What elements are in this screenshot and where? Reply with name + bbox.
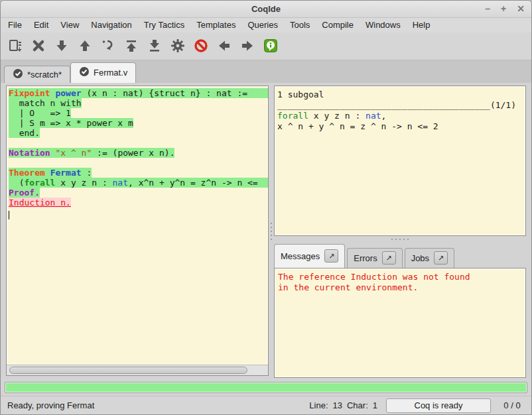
- code-token: x y z n :: [55, 178, 112, 188]
- goal-line: 1 subgoal: [277, 89, 523, 100]
- menu-windows[interactable]: Windows: [360, 19, 407, 31]
- messages-pane[interactable]: The reference Induction was not foundin …: [274, 268, 526, 378]
- menu-tools[interactable]: Tools: [284, 19, 316, 31]
- menubar: FileEditViewNavigationTry TacticsTemplat…: [1, 18, 531, 32]
- detach-jobs-button[interactable]: ↗: [434, 251, 448, 265]
- fully-check-button[interactable]: [166, 34, 189, 57]
- code-token: 1 subgoal: [277, 89, 324, 99]
- forward-icon: [240, 38, 255, 53]
- code-line: Theorem Fermat :: [9, 168, 268, 178]
- char-label: Char:: [347, 400, 368, 410]
- go-to-end-button[interactable]: [143, 34, 166, 57]
- cancel-icon: [31, 38, 46, 53]
- menu-edit[interactable]: Edit: [28, 19, 54, 31]
- main-area: Fixpoint power (x n : nat) {struct n} : …: [1, 83, 531, 378]
- restart-button[interactable]: [119, 34, 143, 57]
- code-token: Fixpoint: [9, 88, 50, 98]
- maximize-button[interactable]: +: [501, 4, 506, 13]
- progress-bar: [5, 382, 527, 393]
- scrollbar-thumb[interactable]: [9, 367, 247, 374]
- close-button[interactable]: ✕: [517, 4, 525, 13]
- code-token: end.: [9, 128, 40, 138]
- line-value: 13: [333, 400, 342, 410]
- about-button[interactable]: [259, 34, 282, 57]
- code-token: Theorem: [9, 168, 45, 178]
- tab-label: Messages: [281, 251, 320, 261]
- code-line: (forall x y z n : nat, x^n + y^n = z^n -…: [9, 178, 268, 188]
- titlebar[interactable]: CoqIde – + ✕: [1, 1, 531, 18]
- coqide-window: CoqIde – + ✕ FileEditViewNavigationTry T…: [0, 0, 532, 415]
- code-token: nat: [113, 178, 128, 188]
- toolbar: [1, 32, 531, 60]
- line-label: Line:: [309, 400, 328, 410]
- code-token: forall: [277, 111, 308, 121]
- code-token: Fermat: [50, 168, 82, 178]
- tab-fermat[interactable]: Fermat.v: [70, 62, 136, 83]
- vertical-splitter[interactable]: [269, 86, 274, 378]
- goal-line: ________________________________________…: [277, 100, 523, 111]
- goal-line: forall x y z n : nat,: [277, 111, 523, 121]
- minimize-button[interactable]: –: [485, 4, 490, 13]
- code-token: match n with: [9, 98, 82, 108]
- tab-jobs[interactable]: Jobs ↗: [405, 248, 454, 268]
- goal-line: x ^ n + y ^ n = z ^ n -> n <= 2: [277, 121, 523, 132]
- status-text: Ready, proving Fermat: [7, 400, 94, 410]
- menu-help[interactable]: Help: [407, 19, 436, 31]
- task-counter: 0 / 0: [499, 400, 525, 410]
- menu-queries[interactable]: Queries: [241, 19, 284, 31]
- code-line: [9, 158, 268, 168]
- code-token: ,: [381, 111, 387, 121]
- cancel-button[interactable]: [27, 34, 50, 57]
- menu-try-tactics[interactable]: Try Tactics: [138, 19, 190, 31]
- code-token: "x ^ n": [55, 148, 92, 158]
- step-forward-button[interactable]: [50, 34, 73, 57]
- detach-icon: ↗: [328, 252, 334, 261]
- menu-file[interactable]: File: [2, 19, 28, 31]
- forward-button[interactable]: [235, 34, 259, 57]
- about-icon: [263, 38, 278, 53]
- detach-messages-button[interactable]: ↗: [324, 249, 338, 263]
- interrupt-button[interactable]: [189, 34, 212, 57]
- tab-label: Fermat.v: [94, 68, 127, 78]
- code-token: x y z n :: [308, 111, 366, 121]
- menu-view[interactable]: View: [54, 19, 85, 31]
- message-line: The reference Induction was not found: [278, 272, 522, 282]
- window-controls: – + ✕: [485, 1, 525, 17]
- text-cursor: [9, 211, 9, 219]
- menu-templates[interactable]: Templates: [190, 19, 241, 31]
- code-line: [9, 208, 268, 217]
- code-token: Notation: [9, 148, 50, 158]
- step-forward-icon: [54, 38, 69, 53]
- tab-label: Errors: [354, 253, 377, 263]
- script-editor[interactable]: Fixpoint power (x n : nat) {struct n} : …: [7, 86, 268, 365]
- tab-label: *scratch*: [27, 70, 62, 80]
- tab-errors[interactable]: Errors ↗: [347, 248, 402, 268]
- goals-pane[interactable]: 1 subgoal_______________________________…: [274, 86, 526, 236]
- status-bar: Ready, proving Fermat Line: 13 Char: 1 C…: [1, 396, 531, 414]
- go-to-cursor-button[interactable]: [96, 34, 119, 57]
- code-line: Induction n.: [9, 198, 268, 208]
- tab-messages[interactable]: Messages ↗: [274, 244, 345, 268]
- step-backward-icon: [78, 38, 92, 53]
- go-to-end-icon: [147, 38, 162, 53]
- code-line: Notation "x ^ n" := (power x n).: [9, 148, 268, 158]
- menu-compile[interactable]: Compile: [316, 19, 360, 31]
- code-token: := (power x n).: [92, 148, 174, 158]
- fully-check-icon: [170, 38, 185, 53]
- restart-icon: [124, 38, 139, 53]
- coq-status: Coq is ready: [386, 398, 491, 413]
- back-button[interactable]: [212, 34, 235, 57]
- tab-scratch[interactable]: *scratch*: [4, 66, 70, 83]
- save-button[interactable]: [3, 34, 27, 57]
- menu-navigation[interactable]: Navigation: [85, 19, 137, 31]
- editor-pane[interactable]: Fixpoint power (x n : nat) {struct n} : …: [6, 86, 269, 376]
- detach-errors-button[interactable]: ↗: [382, 251, 396, 265]
- step-backward-button[interactable]: [73, 34, 96, 57]
- horizontal-scrollbar[interactable]: [7, 365, 268, 375]
- tab-check-icon: [79, 66, 90, 79]
- horizontal-splitter[interactable]: [274, 236, 526, 243]
- tab-strip: *scratch* Fermat.v: [1, 60, 531, 83]
- message-line: in the current environment.: [278, 282, 522, 293]
- interrupt-icon: [194, 38, 208, 53]
- code-token: (: [9, 178, 24, 188]
